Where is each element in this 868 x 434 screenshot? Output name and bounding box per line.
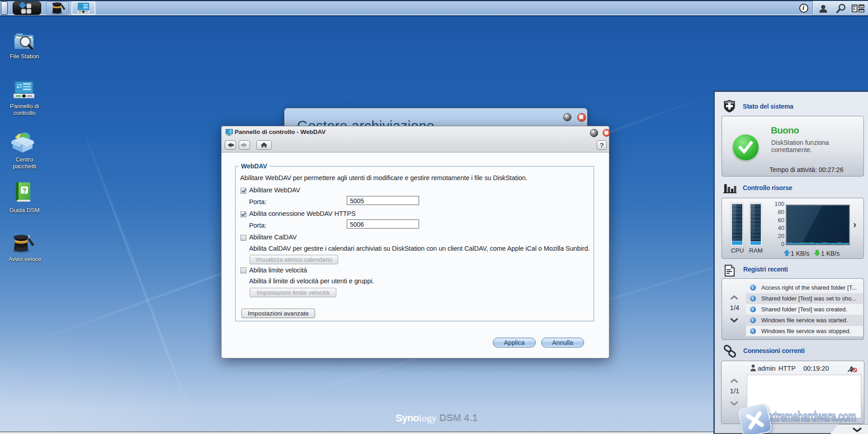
svg-text:?: ? xyxy=(23,187,27,194)
